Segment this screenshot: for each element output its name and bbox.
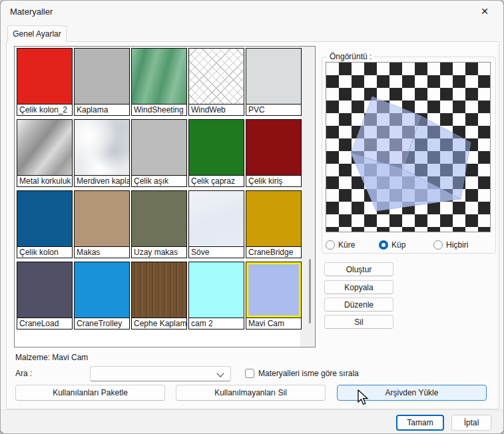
preview-group-label: Öngörüntü : [327,52,374,61]
radio-circle [433,240,443,250]
material-name: Metal korkuluk [17,175,72,186]
material-swatch [189,49,244,104]
material-name: Merdiven kaplam [75,175,129,186]
material-swatch [75,49,129,104]
material-cell-13[interactable]: Uzay makas [131,190,187,258]
search-combobox[interactable] [90,366,231,381]
material-cell-20[interactable]: Mavi Cam [246,262,302,329]
material-swatch [17,49,72,104]
titlebar: Materyaller × [1,1,503,25]
material-cell-2[interactable]: Kaplama [74,48,130,116]
material-name: Uzay makas [132,246,186,258]
material-cell-19[interactable]: cam 2 [188,262,244,329]
material-name: cam 2 [189,318,244,329]
sort-by-name-label: Materyalleri isme göre sırala [258,369,359,378]
material-name: CraneBridge [246,246,301,258]
material-cell-12[interactable]: Makas [74,190,130,258]
cancel-button[interactable]: İptal [451,415,491,431]
material-name: Cephe Kaplama [132,318,186,329]
material-name: Çelik kolon [17,246,72,258]
mouse-cursor [358,389,372,407]
copy-button[interactable]: Kopyala [324,280,393,294]
radio-hicbiri[interactable]: Hiçbiri [433,239,468,251]
material-name: Makas [75,246,129,258]
material-name: Kaplama [75,104,129,115]
selected-material-label: Malzeme: Mavi Cam [15,353,88,362]
radio-circle [326,240,335,250]
materials-scrollbar-thumb[interactable] [309,259,311,324]
material-cell-9[interactable]: Çelik çapraz [188,119,244,187]
material-name: CraneLoad [17,318,72,329]
search-label: Ara : [15,369,32,378]
material-swatch [246,262,301,318]
delete-button[interactable]: Sil [324,315,393,329]
material-name: PVC [246,104,301,115]
material-cell-3[interactable]: WindSheeting [131,48,187,116]
radio-label: Hiçbiri [446,240,468,250]
material-cell-6[interactable]: Metal korkuluk [17,119,73,187]
chevron-down-icon[interactable] [216,369,224,377]
material-swatch [189,120,244,175]
materials-scrollbar-track[interactable] [300,47,315,347]
ok-button[interactable]: Tamam [396,415,444,431]
package-used-button[interactable]: Kullanılanları Paketle [15,385,165,401]
material-swatch [132,262,186,318]
material-swatch [189,262,244,318]
radio-label: Küp [391,240,405,250]
material-swatch [17,120,72,175]
radio-label: Küre [338,240,355,250]
radio-kup[interactable]: Küp [379,239,405,251]
material-swatch [246,49,301,104]
close-icon[interactable]: × [474,2,495,21]
material-swatch [132,49,186,104]
material-cell-18[interactable]: Cephe Kaplama [131,262,187,329]
material-name: Çelik aşık [132,175,186,186]
preview-image [326,62,491,232]
tab-genel-ayarlar[interactable]: Genel Ayarlar [7,25,67,42]
material-swatch [17,262,72,318]
edit-button[interactable]: Düzenle [324,298,393,312]
material-cell-11[interactable]: Çelik kolon [17,190,73,258]
material-swatch [189,191,244,246]
material-name: Çelik kiriş [246,175,301,186]
materials-grid: Çelik kolon_2KaplamaWindSheetingWindWebP… [17,48,302,329]
material-cell-8[interactable]: Çelik aşık [131,119,187,187]
material-name: Söve [189,246,244,258]
radio-kup-group-kure[interactable]: Küre [326,239,355,251]
materials-dialog: Materyaller × Genel Ayarlar Çelik kolon_… [0,0,504,434]
material-swatch [75,191,129,246]
material-swatch [246,191,301,246]
material-swatch [132,120,186,175]
delete-unused-button[interactable]: Kullanılmayanları Sil [176,385,326,401]
preview-cube [326,63,491,233]
material-name: Çelik kolon_2 [17,104,72,115]
sort-by-name-checkbox[interactable] [245,369,254,378]
material-name: CraneTrolley [75,318,129,329]
material-cell-16[interactable]: CraneLoad [17,262,73,329]
radio-circle [379,240,388,250]
material-name: WindSheeting [132,104,186,115]
material-name: WindWeb [189,104,244,115]
material-name: Çelik çapraz [189,175,244,186]
material-cell-15[interactable]: CraneBridge [246,190,302,258]
material-swatch [17,191,72,246]
material-swatch [75,262,129,318]
material-cell-5[interactable]: PVC [246,48,302,116]
material-swatch [246,120,301,175]
material-swatch [132,191,186,246]
material-cell-14[interactable]: Söve [188,190,244,258]
material-cell-17[interactable]: CraneTrolley [74,262,130,329]
material-cell-1[interactable]: Çelik kolon_2 [17,48,73,116]
material-swatch [75,120,129,175]
material-cell-4[interactable]: WindWeb [188,48,244,116]
material-cell-7[interactable]: Merdiven kaplam [74,119,130,187]
search-input[interactable] [95,368,214,379]
material-name: Mavi Cam [246,318,301,329]
material-cell-10[interactable]: Çelik kiriş [246,119,302,187]
dialog-title: Materyaller [10,7,53,17]
create-button[interactable]: Oluştur [324,262,393,276]
